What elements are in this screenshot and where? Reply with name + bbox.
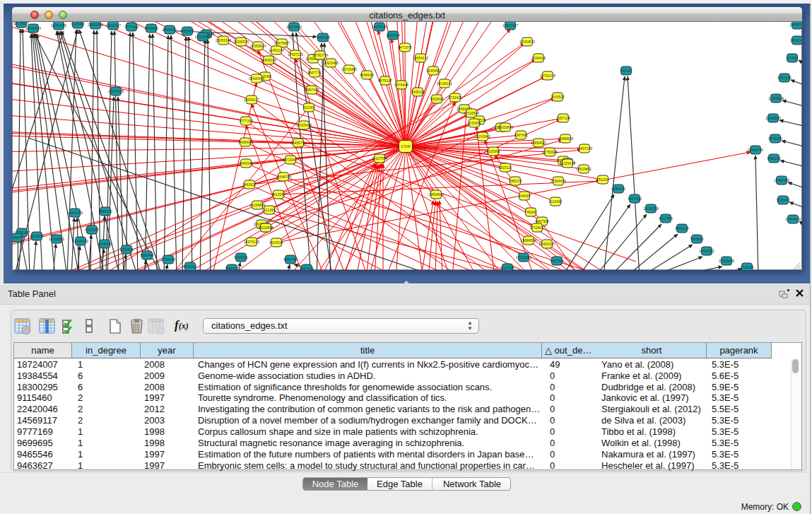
svg-text:3624534: 3624534 <box>269 240 283 245</box>
svg-text:16914479: 16914479 <box>785 217 801 221</box>
svg-text:20364436: 20364436 <box>551 179 566 183</box>
svg-text:7663822: 7663822 <box>690 237 704 241</box>
svg-text:5498222: 5498222 <box>767 156 781 160</box>
svg-text:15751074: 15751074 <box>540 74 555 78</box>
svg-text:15226058: 15226058 <box>643 206 659 211</box>
svg-text:15720407: 15720407 <box>283 158 298 162</box>
svg-text:17957225: 17957225 <box>288 52 303 57</box>
svg-text:11325419: 11325419 <box>560 161 575 165</box>
svg-text:9474444: 9474444 <box>394 83 408 87</box>
svg-text:16933809: 16933809 <box>498 125 513 129</box>
svg-text:18807249: 18807249 <box>577 146 592 151</box>
svg-text:9699695: 9699695 <box>144 26 158 30</box>
svg-text:8912954: 8912954 <box>659 216 673 221</box>
svg-text:11353594: 11353594 <box>768 96 784 100</box>
svg-text:12213363: 12213363 <box>516 255 531 259</box>
svg-text:99975867: 99975867 <box>274 41 290 45</box>
svg-text:9794028: 9794028 <box>161 257 175 262</box>
svg-text:14136141: 14136141 <box>437 81 452 86</box>
svg-text:12905185: 12905185 <box>261 58 276 62</box>
svg-text:8454749: 8454749 <box>283 257 298 262</box>
svg-text:9657771: 9657771 <box>307 71 322 75</box>
svg-text:8813054: 8813054 <box>30 234 44 238</box>
svg-text:12923465: 12923465 <box>323 61 339 65</box>
svg-text:117006: 117006 <box>787 56 799 60</box>
svg-text:9146821: 9146821 <box>234 255 248 259</box>
svg-text:15716485: 15716485 <box>341 67 357 71</box>
svg-text:18300295: 18300295 <box>51 23 66 28</box>
svg-text:12975125: 12975125 <box>244 240 259 244</box>
svg-text:20206576: 20206576 <box>233 40 249 44</box>
svg-text:16154808: 16154808 <box>249 203 265 207</box>
svg-text:10756928: 10756928 <box>542 150 558 154</box>
svg-text:9327508: 9327508 <box>500 266 514 270</box>
svg-text:9777169: 9777169 <box>239 119 253 123</box>
svg-text:1588520: 1588520 <box>225 267 239 270</box>
svg-text:18724007: 18724007 <box>13 22 29 25</box>
svg-text:16210643: 16210643 <box>475 134 490 139</box>
svg-text:10688609: 10688609 <box>558 136 573 141</box>
svg-text:19654923: 19654923 <box>428 192 444 197</box>
svg-text:13524851: 13524851 <box>576 167 592 171</box>
svg-text:8813054: 8813054 <box>271 192 286 197</box>
svg-text:12093872: 12093872 <box>519 40 535 44</box>
svg-text:16648784: 16648784 <box>276 175 291 179</box>
svg-text:16543362: 16543362 <box>699 249 714 253</box>
svg-text:19218506: 19218506 <box>258 226 273 230</box>
svg-text:9699695: 9699695 <box>238 140 252 144</box>
svg-text:16961758: 16961758 <box>67 211 83 215</box>
svg-text:2935114: 2935114 <box>411 90 424 94</box>
svg-text:10046766: 10046766 <box>748 148 763 152</box>
svg-text:2718126: 2718126 <box>740 265 754 269</box>
svg-text:9463627: 9463627 <box>242 182 257 187</box>
svg-text:10107554: 10107554 <box>372 156 387 160</box>
svg-text:10807487: 10807487 <box>304 88 319 92</box>
svg-text:10025438: 10025438 <box>296 123 312 127</box>
svg-text:8322037: 8322037 <box>85 228 99 232</box>
svg-text:9327503: 9327503 <box>628 197 642 201</box>
svg-text:7632621: 7632621 <box>430 97 444 101</box>
svg-text:746266: 746266 <box>525 210 537 214</box>
svg-text:19654923: 19654923 <box>531 141 546 145</box>
svg-text:3624534: 3624534 <box>386 33 400 37</box>
svg-text:15409948: 15409948 <box>774 178 789 182</box>
svg-text:22420046: 22420046 <box>249 76 264 81</box>
svg-text:1733426: 1733426 <box>448 95 462 100</box>
svg-text:8878332: 8878332 <box>768 136 782 141</box>
svg-text:8471676: 8471676 <box>398 45 412 49</box>
svg-text:9115460: 9115460 <box>548 199 562 204</box>
svg-text:19384554: 19384554 <box>25 26 41 30</box>
svg-text:1815112: 1815112 <box>498 165 512 170</box>
svg-text:10025438: 10025438 <box>108 89 124 93</box>
svg-text:7515526: 7515526 <box>551 95 565 99</box>
svg-text:1362615: 1362615 <box>119 247 134 252</box>
svg-text:12213967: 12213967 <box>261 208 277 212</box>
svg-text:6497568: 6497568 <box>535 219 549 223</box>
svg-text:22420046: 22420046 <box>719 259 734 263</box>
svg-text:1621022: 1621022 <box>183 264 197 269</box>
svg-text:19384554: 19384554 <box>521 238 536 243</box>
svg-text:9329966: 9329966 <box>486 149 500 153</box>
svg-text:16648784: 16648784 <box>12 235 25 240</box>
svg-text:2803144: 2803144 <box>790 38 802 42</box>
svg-text:62160: 62160 <box>621 69 631 73</box>
svg-text:22420046: 22420046 <box>88 23 103 27</box>
svg-text:9245652: 9245652 <box>426 69 440 73</box>
svg-text:19218506: 19218506 <box>49 237 64 241</box>
svg-text:11451194: 11451194 <box>269 48 284 52</box>
svg-text:8990448: 8990448 <box>140 253 154 257</box>
svg-text:8660124: 8660124 <box>675 226 689 230</box>
svg-text:9463627: 9463627 <box>180 29 194 33</box>
svg-text:26053346: 26053346 <box>216 38 231 42</box>
svg-text:9465546: 9465546 <box>163 28 177 32</box>
svg-text:15495798: 15495798 <box>789 23 802 27</box>
svg-text:8427552: 8427552 <box>550 259 564 263</box>
svg-text:9465546: 9465546 <box>239 161 253 165</box>
svg-text:17016504: 17016504 <box>464 111 479 115</box>
svg-text:17359924: 17359924 <box>250 44 266 48</box>
svg-text:6879197: 6879197 <box>378 78 392 83</box>
svg-text:14569117: 14569117 <box>244 98 259 102</box>
svg-text:15495798: 15495798 <box>290 141 306 145</box>
svg-text:7625402: 7625402 <box>776 198 790 202</box>
svg-text:8938923: 8938923 <box>360 73 374 77</box>
